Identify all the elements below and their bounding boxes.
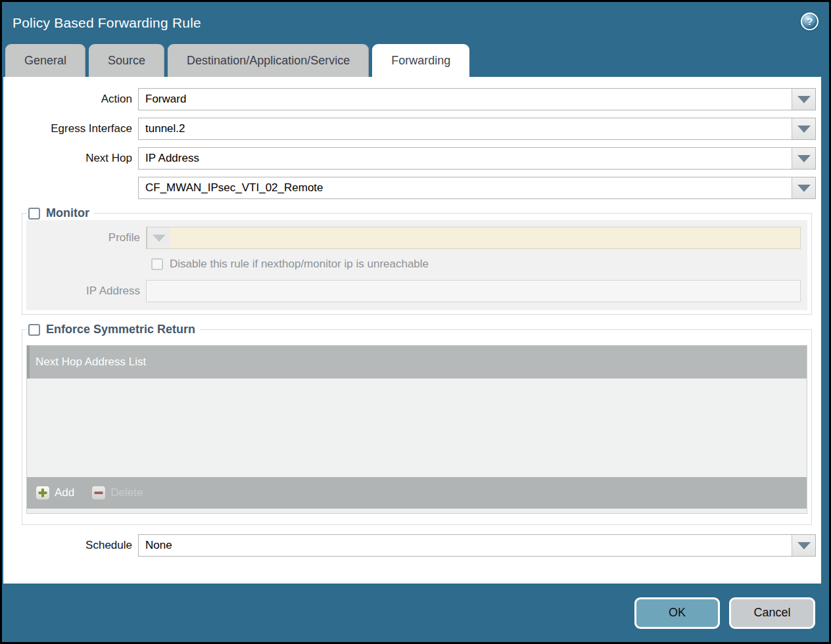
next-hop-select[interactable]: IP Address: [138, 147, 816, 170]
action-label: Action: [3, 93, 138, 106]
delete-button: Delete: [91, 486, 143, 500]
delete-icon: [91, 486, 106, 500]
egress-interface-row: Egress Interface tunnel.2: [3, 118, 821, 140]
delete-button-label: Delete: [110, 486, 143, 499]
egress-interface-value: tunnel.2: [139, 122, 792, 135]
profile-select: [146, 227, 801, 249]
schedule-value: None: [139, 539, 792, 552]
chevron-down-icon: [797, 542, 811, 549]
next-hop-address-row: CF_MWAN_IPsec_VTI_02_Remote: [3, 177, 821, 199]
dialog-title: Policy Based Forwarding Rule: [12, 15, 819, 31]
chevron-down-icon: [797, 96, 811, 103]
chevron-down-icon: [797, 155, 811, 162]
forwarding-tab-panel: Action Forward Egress Interface tunnel.2…: [3, 77, 821, 584]
profile-dropdown-button: [147, 227, 170, 248]
profile-row: Profile: [26, 227, 807, 249]
egress-interface-dropdown-button[interactable]: [792, 118, 815, 139]
monitor-checkbox[interactable]: [28, 208, 40, 219]
monitor-panel: Profile Disable this rule if nexthop/mon…: [26, 220, 807, 310]
egress-interface-label: Egress Interface: [3, 122, 138, 135]
enforce-symmetric-return-checkbox[interactable]: [28, 324, 40, 336]
dialog-titlebar: Policy Based Forwarding Rule ?: [2, 2, 829, 44]
profile-label: Profile: [26, 231, 146, 244]
schedule-select[interactable]: None: [138, 534, 816, 557]
chevron-down-icon: [797, 185, 811, 192]
chevron-down-icon: [153, 235, 166, 242]
next-hop-address-list-toolbar: Add Delete: [27, 477, 807, 509]
enforce-legend-label: Enforce Symmetric Return: [46, 323, 195, 336]
tab-general[interactable]: General: [5, 44, 85, 77]
disable-rule-row: Disable this rule if nexthop/monitor ip …: [151, 258, 807, 271]
chevron-down-icon: [797, 126, 811, 133]
disable-rule-label: Disable this rule if nexthop/monitor ip …: [170, 258, 429, 271]
next-hop-address-list-body[interactable]: [27, 379, 807, 477]
add-button-label: Add: [55, 486, 74, 499]
enforce-legend: Enforce Symmetric Return: [27, 323, 200, 336]
ok-button[interactable]: OK: [634, 597, 720, 629]
next-hop-address-select[interactable]: CF_MWAN_IPsec_VTI_02_Remote: [138, 177, 816, 199]
schedule-row: Schedule None: [3, 534, 821, 557]
monitor-legend-label: Monitor: [46, 206, 89, 220]
policy-based-forwarding-dialog: Policy Based Forwarding Rule ? General S…: [0, 0, 831, 644]
add-button[interactable]: Add: [36, 486, 74, 500]
next-hop-address-list-table: Next Hop Address List Add Delete: [26, 345, 807, 514]
action-row: Action Forward: [3, 88, 821, 110]
enforce-symmetric-return-section: Enforce Symmetric Return Next Hop Addres…: [22, 323, 812, 525]
next-hop-address-list-header: Next Hop Address List: [27, 346, 807, 379]
schedule-dropdown-button[interactable]: [792, 535, 815, 556]
monitor-legend: Monitor: [27, 206, 94, 220]
monitor-ip-address-row: IP Address: [26, 280, 807, 302]
monitor-section: Monitor Profile Disable this rule if nex…: [22, 206, 812, 315]
dialog-footer: OK Cancel: [2, 584, 829, 642]
action-value: Forward: [139, 93, 792, 106]
next-hop-dropdown-button[interactable]: [792, 148, 815, 169]
next-hop-label: Next Hop: [3, 152, 138, 165]
monitor-ip-address-label: IP Address: [26, 285, 146, 298]
next-hop-address-value: CF_MWAN_IPsec_VTI_02_Remote: [139, 181, 792, 195]
next-hop-row: Next Hop IP Address: [3, 147, 821, 170]
tab-source[interactable]: Source: [89, 44, 164, 77]
action-dropdown-button[interactable]: [792, 89, 815, 110]
table-bottom-strip: [27, 509, 807, 513]
next-hop-address-dropdown-button[interactable]: [792, 177, 815, 198]
egress-interface-select[interactable]: tunnel.2: [138, 118, 816, 140]
next-hop-value: IP Address: [139, 152, 792, 165]
tab-forwarding[interactable]: Forwarding: [372, 44, 469, 77]
action-select[interactable]: Forward: [138, 88, 816, 110]
cancel-button[interactable]: Cancel: [729, 597, 815, 629]
add-icon: [36, 486, 50, 500]
schedule-label: Schedule: [3, 539, 138, 552]
disable-rule-checkbox: [151, 258, 163, 270]
monitor-ip-address-input: [146, 280, 801, 302]
tab-destination-application-service[interactable]: Destination/Application/Service: [168, 44, 369, 77]
help-icon[interactable]: ?: [801, 12, 819, 30]
tab-bar: General Source Destination/Application/S…: [2, 44, 829, 77]
